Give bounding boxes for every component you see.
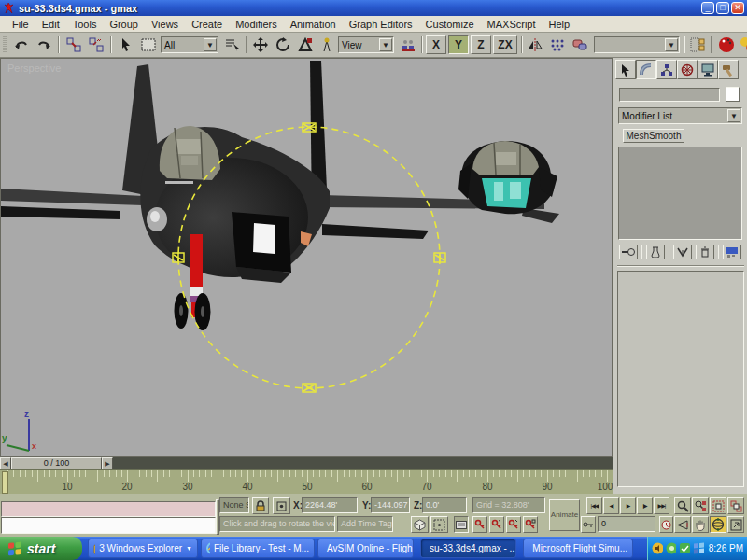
tray-status-icon[interactable] — [679, 542, 690, 554]
modifier-list-dropdown[interactable]: Modifier List ▼ — [618, 107, 742, 124]
time-slider-handle[interactable]: 0 / 100 — [11, 457, 102, 469]
menu-tools[interactable]: Tools — [66, 17, 104, 32]
viewport-label[interactable]: Perspective — [7, 63, 61, 74]
configure-modifier-sets-icon[interactable] — [723, 245, 741, 259]
go-to-end-icon[interactable]: ▶▶| — [654, 497, 669, 514]
schematic-view-icon[interactable] — [740, 35, 747, 54]
keyboard-shortcut-override-icon[interactable] — [454, 516, 469, 533]
unlink-selection-icon[interactable] — [86, 35, 106, 54]
menu-file[interactable]: File — [6, 17, 35, 32]
zoom-extents-all-icon[interactable] — [727, 497, 744, 514]
use-pivot-point-icon[interactable] — [398, 35, 418, 54]
show-end-result-icon[interactable] — [646, 245, 665, 259]
tray-antivirus-icon[interactable] — [666, 542, 677, 554]
key-icon[interactable] — [472, 516, 487, 533]
arc-rotate-icon[interactable] — [710, 516, 726, 533]
selection-region-icon[interactable] — [138, 35, 159, 54]
remove-modifier-icon[interactable] — [696, 245, 714, 259]
create-tab[interactable] — [615, 60, 636, 79]
field-of-view-icon[interactable] — [674, 516, 691, 533]
current-frame-field[interactable]: 0 — [598, 516, 655, 532]
select-by-name-icon[interactable] — [222, 35, 243, 54]
next-frame-icon[interactable]: |▶ — [637, 497, 653, 514]
taskbar-item-flight-simulator[interactable]: Microsoft Flight Simu... — [523, 539, 633, 558]
perspective-viewport[interactable]: z y x Perspective — [0, 58, 613, 457]
select-and-scale-icon[interactable] — [295, 35, 316, 54]
meshsmooth-modifier-button[interactable]: MeshSmooth — [623, 129, 684, 143]
toolbar-handle[interactable] — [2, 35, 7, 54]
y-coordinate-field[interactable]: -144.097 — [371, 497, 410, 513]
utilities-tab[interactable] — [718, 60, 739, 79]
select-and-link-icon[interactable] — [63, 35, 84, 54]
redo-icon[interactable] — [34, 35, 54, 54]
menu-customize[interactable]: Customize — [419, 17, 481, 32]
align-icon[interactable] — [570, 35, 590, 54]
undo-icon[interactable] — [11, 35, 32, 54]
hierarchy-tab[interactable] — [656, 60, 677, 79]
modifier-stack-list[interactable] — [618, 147, 742, 240]
track-bar-frame-marker[interactable] — [2, 471, 8, 494]
maximize-button[interactable]: □ — [716, 2, 729, 14]
start-button[interactable]: start — [0, 537, 82, 560]
minimize-button[interactable]: _ — [701, 2, 714, 14]
maxscript-macro-recorder[interactable] — [1, 501, 216, 517]
menu-maxscript[interactable]: MAXScript — [481, 17, 543, 32]
menu-graph-editors[interactable]: Graph Editors — [343, 17, 419, 32]
reference-coordinate-system-dropdown[interactable]: View ▼ — [338, 36, 394, 53]
rollout-area[interactable] — [617, 271, 744, 487]
z-coordinate-field[interactable]: 0.0' — [422, 497, 467, 513]
make-unique-icon[interactable] — [673, 245, 692, 259]
taskbar-item-windows-explorer[interactable]: 3 Windows Explorer ▼ — [88, 539, 198, 558]
named-selection-sets-dropdown[interactable]: ▼ — [594, 36, 680, 53]
key-icon[interactable] — [523, 516, 538, 533]
track-view-icon[interactable] — [687, 35, 708, 54]
key-icon[interactable] — [506, 516, 521, 533]
menu-create[interactable]: Create — [185, 17, 229, 32]
zoom-all-icon[interactable] — [692, 497, 709, 514]
taskbar-item-gmax[interactable]: su-33.3ds4.gmax - ... — [420, 539, 516, 558]
restrict-z-button[interactable]: Z — [471, 35, 491, 54]
degradation-override-icon[interactable] — [411, 516, 429, 533]
pin-stack-icon[interactable] — [619, 245, 638, 259]
animate-button[interactable]: Animate — [549, 499, 580, 531]
motion-tab[interactable] — [677, 60, 698, 79]
zoom-icon[interactable] — [674, 497, 691, 514]
crossing-selection-icon[interactable] — [430, 516, 448, 533]
zoom-extents-icon[interactable] — [710, 497, 726, 514]
x-coordinate-field[interactable]: 2264.48' — [302, 497, 358, 513]
menu-modifiers[interactable]: Modifiers — [229, 17, 284, 32]
menu-group[interactable]: Group — [103, 17, 145, 32]
add-time-tag[interactable]: Add Time Tag — [337, 516, 393, 532]
menu-help[interactable]: Help — [543, 17, 577, 32]
select-and-manipulate-icon[interactable] — [317, 35, 336, 54]
display-tab[interactable] — [698, 60, 718, 79]
time-configuration-icon[interactable] — [659, 516, 673, 533]
menu-views[interactable]: Views — [145, 17, 185, 32]
track-bar[interactable]: 10 20 30 40 50 60 70 80 90 100 — [0, 469, 613, 494]
object-name-field[interactable] — [619, 88, 720, 102]
menu-animation[interactable]: Animation — [284, 17, 343, 32]
pan-hand-icon[interactable] — [692, 516, 709, 533]
play-animation-icon[interactable]: ▶ — [620, 497, 636, 514]
key-icon[interactable] — [489, 516, 504, 533]
restrict-plane-button[interactable]: ZX — [493, 35, 517, 54]
previous-frame-icon[interactable]: ◀| — [603, 497, 619, 514]
menu-edit[interactable]: Edit — [35, 17, 66, 32]
material-navigator-icon[interactable] — [715, 35, 738, 54]
key-mode-toggle-icon[interactable] — [581, 516, 596, 533]
array-icon[interactable] — [547, 35, 568, 54]
go-to-start-icon[interactable]: |◀◀ — [586, 497, 602, 514]
selection-lock-icon[interactable] — [252, 497, 269, 514]
close-button[interactable]: ✕ — [731, 2, 744, 14]
object-color-swatch[interactable] — [726, 87, 740, 102]
maxscript-mini-listener[interactable] — [1, 517, 216, 534]
time-slider-next-icon[interactable]: ▶ — [102, 457, 113, 469]
time-slider-prev-icon[interactable]: ◀ — [0, 457, 11, 469]
select-and-rotate-icon[interactable] — [273, 35, 293, 54]
select-and-move-icon[interactable] — [250, 35, 271, 54]
taskbar-item-avsim-online[interactable]: AvSIM Online - Fligh... — [317, 539, 414, 558]
restrict-y-button[interactable]: Y — [448, 35, 469, 54]
tray-network-icon[interactable] — [693, 542, 704, 554]
tray-volume-icon[interactable] — [652, 542, 663, 554]
selection-filter-dropdown[interactable]: All ▼ — [161, 36, 218, 53]
